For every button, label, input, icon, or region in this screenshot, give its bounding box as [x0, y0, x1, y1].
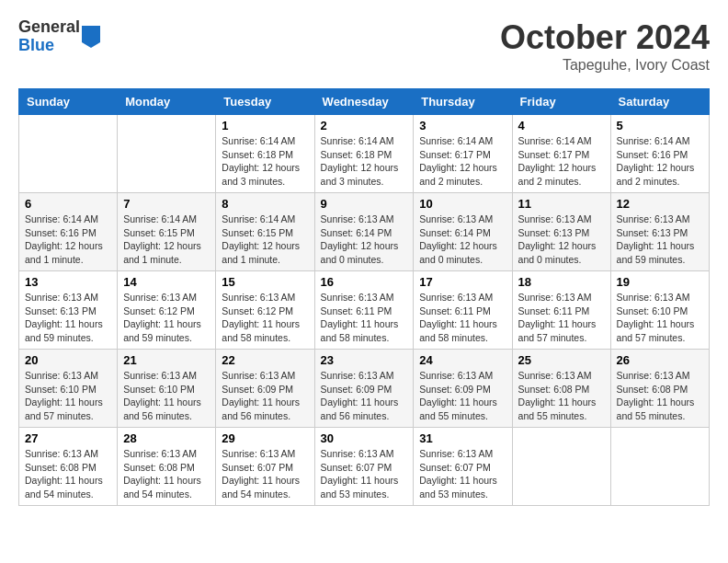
- day-info: Sunrise: 6:13 AM Sunset: 6:08 PM Dayligh…: [617, 369, 703, 423]
- day-number: 23: [321, 353, 408, 367]
- calendar-day-cell: 17Sunrise: 6:13 AM Sunset: 6:11 PM Dayli…: [414, 271, 512, 350]
- calendar-day-cell: [512, 428, 610, 506]
- calendar-day-cell: 24Sunrise: 6:13 AM Sunset: 6:09 PM Dayli…: [414, 350, 512, 428]
- day-number: 6: [25, 197, 111, 211]
- day-number: 29: [222, 431, 308, 445]
- calendar-week-row: 20Sunrise: 6:13 AM Sunset: 6:10 PM Dayli…: [19, 350, 710, 428]
- day-number: 30: [321, 431, 408, 445]
- day-info: Sunrise: 6:14 AM Sunset: 6:17 PM Dayligh…: [518, 134, 605, 189]
- day-number: 28: [123, 431, 210, 445]
- calendar-day-cell: 29Sunrise: 6:13 AM Sunset: 6:07 PM Dayli…: [216, 428, 314, 506]
- weekday-header-cell: Monday: [118, 89, 216, 115]
- svg-marker-0: [82, 26, 100, 48]
- calendar-table: SundayMondayTuesdayWednesdayThursdayFrid…: [18, 88, 710, 506]
- calendar-day-cell: 31Sunrise: 6:13 AM Sunset: 6:07 PM Dayli…: [414, 428, 512, 506]
- day-info: Sunrise: 6:13 AM Sunset: 6:09 PM Dayligh…: [321, 369, 408, 423]
- day-number: 5: [617, 119, 703, 132]
- calendar-day-cell: 22Sunrise: 6:13 AM Sunset: 6:09 PM Dayli…: [216, 350, 314, 428]
- day-number: 3: [419, 119, 506, 132]
- day-number: 9: [321, 197, 408, 211]
- calendar-week-row: 6Sunrise: 6:14 AM Sunset: 6:16 PM Daylig…: [19, 193, 710, 271]
- day-info: Sunrise: 6:14 AM Sunset: 6:15 PM Dayligh…: [123, 213, 210, 267]
- day-number: 10: [419, 197, 506, 211]
- day-info: Sunrise: 6:13 AM Sunset: 6:08 PM Dayligh…: [518, 369, 605, 423]
- logo-general: General: [18, 18, 80, 37]
- day-number: 25: [518, 353, 605, 367]
- day-info: Sunrise: 6:13 AM Sunset: 6:09 PM Dayligh…: [222, 369, 308, 423]
- day-number: 7: [123, 197, 210, 211]
- calendar-day-cell: [19, 115, 118, 193]
- calendar-body: 1Sunrise: 6:14 AM Sunset: 6:18 PM Daylig…: [19, 115, 710, 506]
- day-number: 4: [518, 119, 605, 132]
- day-number: 15: [222, 275, 308, 289]
- calendar-day-cell: 19Sunrise: 6:13 AM Sunset: 6:10 PM Dayli…: [610, 271, 709, 350]
- day-number: 2: [321, 119, 408, 132]
- calendar-week-row: 13Sunrise: 6:13 AM Sunset: 6:13 PM Dayli…: [19, 271, 710, 350]
- title-block: October 2024 Tapeguhe, Ivory Coast: [500, 18, 710, 74]
- calendar-week-row: 27Sunrise: 6:13 AM Sunset: 6:08 PM Dayli…: [19, 428, 710, 506]
- day-number: 20: [25, 353, 111, 367]
- day-number: 12: [617, 197, 703, 211]
- weekday-header-cell: Thursday: [414, 89, 512, 115]
- logo-blue: Blue: [18, 37, 80, 55]
- day-number: 13: [25, 275, 111, 289]
- calendar-day-cell: 18Sunrise: 6:13 AM Sunset: 6:11 PM Dayli…: [512, 271, 610, 350]
- calendar-day-cell: 11Sunrise: 6:13 AM Sunset: 6:13 PM Dayli…: [512, 193, 610, 271]
- day-number: 21: [123, 353, 210, 367]
- calendar-day-cell: 26Sunrise: 6:13 AM Sunset: 6:08 PM Dayli…: [610, 350, 709, 428]
- day-info: Sunrise: 6:13 AM Sunset: 6:14 PM Dayligh…: [321, 213, 408, 267]
- day-number: 22: [222, 353, 308, 367]
- day-info: Sunrise: 6:13 AM Sunset: 6:09 PM Dayligh…: [419, 369, 506, 423]
- day-info: Sunrise: 6:13 AM Sunset: 6:13 PM Dayligh…: [518, 213, 605, 267]
- day-info: Sunrise: 6:13 AM Sunset: 6:12 PM Dayligh…: [222, 291, 308, 345]
- month-title: October 2024: [500, 18, 710, 57]
- calendar-day-cell: 6Sunrise: 6:14 AM Sunset: 6:16 PM Daylig…: [19, 193, 118, 271]
- day-number: 24: [419, 353, 506, 367]
- day-number: 31: [419, 431, 506, 445]
- day-info: Sunrise: 6:13 AM Sunset: 6:14 PM Dayligh…: [419, 213, 506, 267]
- calendar-day-cell: 12Sunrise: 6:13 AM Sunset: 6:13 PM Dayli…: [610, 193, 709, 271]
- calendar-day-cell: 27Sunrise: 6:13 AM Sunset: 6:08 PM Dayli…: [19, 428, 118, 506]
- logo-icon: [82, 26, 100, 48]
- calendar-day-cell: 5Sunrise: 6:14 AM Sunset: 6:16 PM Daylig…: [610, 115, 709, 193]
- day-info: Sunrise: 6:13 AM Sunset: 6:07 PM Dayligh…: [419, 447, 506, 501]
- day-number: 14: [123, 275, 210, 289]
- day-number: 17: [419, 275, 506, 289]
- calendar-day-cell: 28Sunrise: 6:13 AM Sunset: 6:08 PM Dayli…: [118, 428, 216, 506]
- day-info: Sunrise: 6:13 AM Sunset: 6:11 PM Dayligh…: [419, 291, 506, 345]
- calendar-day-cell: 21Sunrise: 6:13 AM Sunset: 6:10 PM Dayli…: [118, 350, 216, 428]
- day-info: Sunrise: 6:13 AM Sunset: 6:07 PM Dayligh…: [321, 447, 408, 501]
- calendar-day-cell: 1Sunrise: 6:14 AM Sunset: 6:18 PM Daylig…: [216, 115, 314, 193]
- calendar-day-cell: 7Sunrise: 6:14 AM Sunset: 6:15 PM Daylig…: [118, 193, 216, 271]
- day-info: Sunrise: 6:14 AM Sunset: 6:17 PM Dayligh…: [419, 134, 506, 189]
- calendar-day-cell: 4Sunrise: 6:14 AM Sunset: 6:17 PM Daylig…: [512, 115, 610, 193]
- calendar-day-cell: 10Sunrise: 6:13 AM Sunset: 6:14 PM Dayli…: [414, 193, 512, 271]
- day-info: Sunrise: 6:13 AM Sunset: 6:08 PM Dayligh…: [25, 447, 111, 501]
- day-number: 16: [321, 275, 408, 289]
- calendar-day-cell: 8Sunrise: 6:14 AM Sunset: 6:15 PM Daylig…: [216, 193, 314, 271]
- day-number: 19: [617, 275, 703, 289]
- day-info: Sunrise: 6:14 AM Sunset: 6:16 PM Dayligh…: [25, 213, 111, 267]
- weekday-header-cell: Wednesday: [314, 89, 414, 115]
- calendar-day-cell: 16Sunrise: 6:13 AM Sunset: 6:11 PM Dayli…: [314, 271, 414, 350]
- weekday-header-cell: Sunday: [19, 89, 118, 115]
- calendar-day-cell: 13Sunrise: 6:13 AM Sunset: 6:13 PM Dayli…: [19, 271, 118, 350]
- day-info: Sunrise: 6:13 AM Sunset: 6:10 PM Dayligh…: [123, 369, 210, 423]
- day-number: 27: [25, 431, 111, 445]
- calendar-day-cell: 20Sunrise: 6:13 AM Sunset: 6:10 PM Dayli…: [19, 350, 118, 428]
- day-info: Sunrise: 6:13 AM Sunset: 6:11 PM Dayligh…: [321, 291, 408, 345]
- calendar-day-cell: 30Sunrise: 6:13 AM Sunset: 6:07 PM Dayli…: [314, 428, 414, 506]
- weekday-header-row: SundayMondayTuesdayWednesdayThursdayFrid…: [19, 89, 710, 115]
- calendar-day-cell: [610, 428, 709, 506]
- logo-text: General Blue: [18, 18, 80, 55]
- calendar-day-cell: 25Sunrise: 6:13 AM Sunset: 6:08 PM Dayli…: [512, 350, 610, 428]
- day-info: Sunrise: 6:13 AM Sunset: 6:13 PM Dayligh…: [617, 213, 703, 267]
- day-info: Sunrise: 6:13 AM Sunset: 6:10 PM Dayligh…: [25, 369, 111, 423]
- calendar-day-cell: [118, 115, 216, 193]
- calendar-day-cell: 15Sunrise: 6:13 AM Sunset: 6:12 PM Dayli…: [216, 271, 314, 350]
- calendar-day-cell: 23Sunrise: 6:13 AM Sunset: 6:09 PM Dayli…: [314, 350, 414, 428]
- day-info: Sunrise: 6:13 AM Sunset: 6:08 PM Dayligh…: [123, 447, 210, 501]
- day-number: 1: [222, 119, 308, 132]
- day-info: Sunrise: 6:14 AM Sunset: 6:18 PM Dayligh…: [222, 134, 308, 189]
- day-number: 26: [617, 353, 703, 367]
